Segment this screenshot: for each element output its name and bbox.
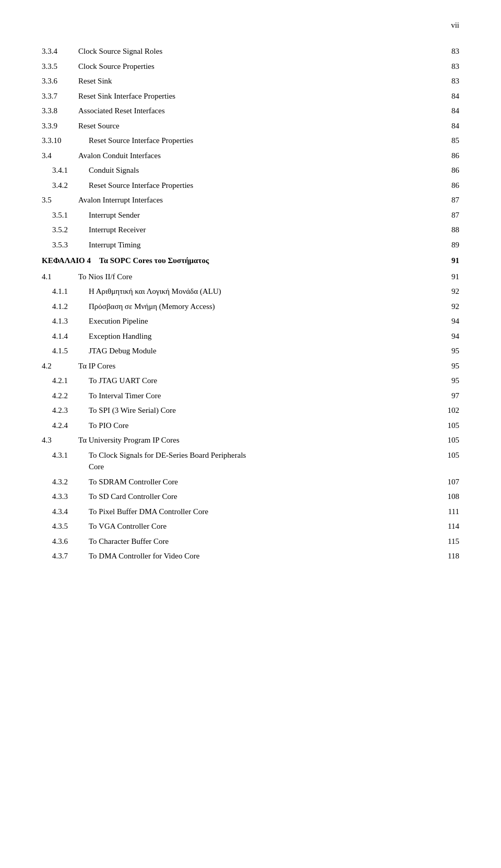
toc-entry-339: 3.3.9 Reset Source 84 <box>42 120 459 132</box>
page-ref: 95 <box>441 375 459 387</box>
page-ref: 86 <box>441 150 459 162</box>
toc-entry-352: 3.5.2 Interrupt Receiver 88 <box>42 224 459 236</box>
section-num: 4.3.2 <box>52 476 89 488</box>
entry-title: Reset Source Interface Properties <box>89 135 263 147</box>
entry-title: Interrupt Receiver <box>89 224 263 236</box>
toc-entry-351: 3.5.1 Interrupt Sender 87 <box>42 209 459 221</box>
section-num: 4.2.2 <box>52 390 89 402</box>
toc-entry-338: 3.3.8 Associated Reset Interfaces 84 <box>42 105 459 117</box>
section-num: 4.2.4 <box>52 420 89 432</box>
entry-title: Τα IP Cores <box>78 360 258 372</box>
page-ref: 83 <box>441 75 459 87</box>
toc-entry-411: 4.1.1 Η Αριθμητική και Λογική Μονάδα (AL… <box>42 286 459 298</box>
section-num: 3.4.2 <box>52 180 89 192</box>
page-ref: 97 <box>441 390 459 402</box>
page-ref: 114 <box>441 520 459 532</box>
toc-section-4: 4.1 To Nios II/f Core 91 4.1.1 Η Αριθμητ… <box>42 271 459 562</box>
page-ref: 87 <box>441 194 459 206</box>
entry-title: Τα University Program IP Cores <box>78 434 258 446</box>
page-ref: 83 <box>441 61 459 73</box>
section-num: 3.5.2 <box>52 224 89 236</box>
page-ref: 87 <box>441 209 459 221</box>
toc-entry-353: 3.5.3 Interrupt Timing 89 <box>42 239 459 251</box>
toc-entry-342: 3.4.2 Reset Source Interface Properties … <box>42 180 459 192</box>
toc-entry-423: 4.2.3 To SPI (3 Wire Serial) Core 102 <box>42 405 459 417</box>
entry-title: Η Αριθμητική και Λογική Μονάδα (ALU) <box>89 286 263 298</box>
entry-title: To Clock Signals for DE-Series Board Per… <box>89 449 263 473</box>
toc-entry-34: 3.4 Avalon Conduit Interfaces 86 <box>42 150 459 162</box>
section-num: 4.2.1 <box>52 375 89 387</box>
page-ref: 102 <box>441 405 459 417</box>
toc-entry-412: 4.1.2 Πρόσβαση σε Μνήμη (Memory Access) … <box>42 301 459 313</box>
section-num: 4.1.2 <box>52 301 89 313</box>
page-ref: 92 <box>441 286 459 298</box>
section-num: 3.3.8 <box>42 105 78 117</box>
toc-entry-3310: 3.3.10 Reset Source Interface Properties… <box>42 135 459 147</box>
page-ref: 89 <box>441 239 459 251</box>
page-ref: 84 <box>441 90 459 102</box>
entry-title: Reset Source Interface Properties <box>89 180 263 192</box>
toc-entry-336: 3.3.6 Reset Sink 83 <box>42 75 459 87</box>
entry-title: Exception Handling <box>89 330 263 342</box>
toc-entry-434: 4.3.4 To Pixel Buffer DMA Controller Cor… <box>42 506 459 518</box>
entry-title: To DMA Controller for Video Core <box>89 550 263 562</box>
section-num: 4.3.7 <box>52 550 89 562</box>
chapter-num: ΚΕΦΑΛΑΙΟ 4 <box>42 255 99 267</box>
section-num: 3.3.10 <box>42 135 89 147</box>
section-num: 4.1 <box>42 271 78 283</box>
section-num: 3.3.4 <box>42 45 78 57</box>
section-num: 3.3.5 <box>42 61 78 73</box>
section-num: 4.1.4 <box>52 330 89 342</box>
section-num: 3.3.7 <box>42 90 78 102</box>
toc-entry-437: 4.3.7 To DMA Controller for Video Core 1… <box>42 550 459 562</box>
page-ref: 84 <box>441 105 459 117</box>
page-ref: 86 <box>441 164 459 176</box>
chapter-4-entry: ΚΕΦΑΛΑΙΟ 4 Τα SOPC Cores του Συστήματος … <box>42 255 459 267</box>
page-ref: 91 <box>441 271 459 283</box>
section-num: 3.3.6 <box>42 75 78 87</box>
section-num: 4.2.3 <box>52 405 89 417</box>
toc-entry-436: 4.3.6 To Character Buffer Core 115 <box>42 536 459 548</box>
page-ref: 95 <box>441 345 459 357</box>
chapter-title: Τα SOPC Cores του Συστήματος <box>99 255 268 267</box>
section-num: 4.3.5 <box>52 520 89 532</box>
page-ref: 92 <box>441 301 459 313</box>
page-ref: 108 <box>441 491 459 503</box>
toc-entry-415: 4.1.5 JTAG Debug Module 95 <box>42 345 459 357</box>
section-num: 3.5.3 <box>52 239 89 251</box>
section-num: 3.4 <box>42 150 78 162</box>
section-num: 4.3.1 <box>52 449 89 461</box>
entry-title: Associated Reset Interfaces <box>78 105 258 117</box>
section-num: 4.3.6 <box>52 536 89 548</box>
section-num: 3.5 <box>42 194 78 206</box>
page-ref: 115 <box>441 536 459 548</box>
entry-title: To JTAG UART Core <box>89 375 263 387</box>
entry-title: Reset Sink <box>78 75 258 87</box>
entry-title: Clock Source Signal Roles <box>78 45 258 57</box>
toc-section-3: 3.3.4 Clock Source Signal Roles 83 3.3.5… <box>42 45 459 251</box>
page-ref: 105 <box>441 449 459 461</box>
page-ref: 94 <box>441 315 459 327</box>
section-num: 4.1.5 <box>52 345 89 357</box>
toc-entry-413: 4.1.3 Execution Pipeline 94 <box>42 315 459 327</box>
entry-title: To Nios II/f Core <box>78 271 258 283</box>
toc-entry-35: 3.5 Avalon Interrupt Interfaces 87 <box>42 194 459 206</box>
entry-title: To VGA Controller Core <box>89 520 263 532</box>
section-num: 3.3.9 <box>42 120 78 132</box>
section-num: 4.2 <box>42 360 78 372</box>
section-num: 3.4.1 <box>52 164 89 176</box>
toc-entry-432: 4.3.2 To SDRAM Controller Core 107 <box>42 476 459 488</box>
entry-title: To Pixel Buffer DMA Controller Core <box>89 506 263 518</box>
page-ref: 107 <box>441 476 459 488</box>
entry-title: To Character Buffer Core <box>89 536 263 548</box>
section-num: 4.1.3 <box>52 315 89 327</box>
page-number: vii <box>42 21 459 30</box>
toc-entry-422: 4.2.2 To Interval Timer Core 97 <box>42 390 459 402</box>
entry-title: Avalon Interrupt Interfaces <box>78 194 258 206</box>
entry-title: Conduit Signals <box>89 164 263 176</box>
page-ref: 111 <box>441 506 459 518</box>
toc-entry-334: 3.3.4 Clock Source Signal Roles 83 <box>42 45 459 57</box>
toc-entry-42: 4.2 Τα IP Cores 95 <box>42 360 459 372</box>
page-ref: 95 <box>441 360 459 372</box>
toc-entry-43: 4.3 Τα University Program IP Cores 105 <box>42 434 459 446</box>
